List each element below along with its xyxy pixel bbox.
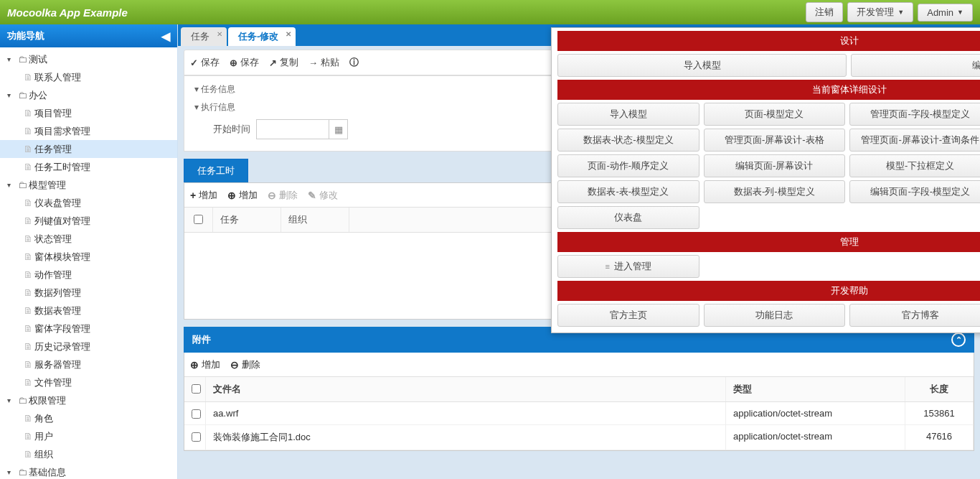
attach-col-name[interactable]: 文件名 [206,377,726,401]
mega-button[interactable]: 页面-模型定义 [704,103,846,126]
tool-button[interactable]: →粘贴 [308,56,339,69]
mega-button[interactable]: 管理页面-屏幕设计-表格 [704,129,846,152]
file-icon: 🗎 [22,144,34,154]
tab[interactable]: 任务✕ [181,27,227,46]
close-icon[interactable]: ✕ [286,30,291,38]
tree-item[interactable]: 🗎组织 [0,445,177,463]
mega-button[interactable]: 数据表-表-模型定义 [557,180,699,203]
attach-grid-header: 文件名 类型 长度 [184,377,974,402]
tree-item[interactable]: 🗎窗体字段管理 [0,320,177,338]
tree-group[interactable]: ▾🗀测试 [0,50,177,68]
tool-icon: ⊖ [268,190,276,201]
mega-button[interactable]: 管理页面-屏幕设计-查询条件 [849,129,980,152]
mega-button[interactable]: 模型-下拉框定义 [849,154,980,177]
mega-button[interactable]: 编辑页面-字段-模型定义 [849,180,980,203]
tool-button[interactable]: ⊕保存 [230,56,259,69]
tree-group[interactable]: ▾🗀权限管理 [0,391,177,409]
mega-button[interactable]: 编辑导航栏 [851,54,980,77]
mega-button[interactable]: 导入模型 [557,54,847,77]
attach-len: 153861 [905,402,974,424]
grid-select-all[interactable] [194,215,203,224]
mega-button[interactable]: 官方博客 [849,304,980,327]
file-icon: 🗎 [22,215,34,226]
attach-tool[interactable]: ⊖删除 [230,358,260,371]
tree-item[interactable]: 🗎项目需求管理 [0,122,177,140]
grid-col-org[interactable]: 组织 [281,208,349,232]
mega-button[interactable]: 数据表-列-模型定义 [704,180,846,203]
close-icon[interactable]: ✕ [217,30,222,38]
file-icon: 🗎 [22,305,34,316]
attach-row[interactable]: 装饰装修施工合同1.docapplication/octet-stream476… [184,425,974,450]
tree-item[interactable]: 🗎任务工时管理 [0,158,177,176]
tab[interactable]: 任务-修改✕ [228,27,296,46]
tool-icon: ✎ [308,190,316,201]
attach-col-len[interactable]: 长度 [905,377,974,401]
tree-item[interactable]: 🗎服务器管理 [0,355,177,373]
tree-item[interactable]: 🗎文件管理 [0,373,177,391]
grid-tool[interactable]: +增加 [190,189,217,202]
file-icon: 🗎 [22,413,34,424]
file-icon: 🗎 [22,449,34,460]
attach-row[interactable]: aa.wrfapplication/octet-stream153861 [184,402,974,425]
mega-button[interactable]: ≡进入管理 [557,255,699,278]
attach-row-checkbox[interactable] [192,409,201,419]
attach-tool[interactable]: ⊕增加 [190,358,220,371]
collapse-sidebar-icon[interactable]: ◀ [161,29,170,43]
app-title: Mocoolka App Example [7,6,128,19]
attach-select-all[interactable] [192,384,201,394]
tool-button[interactable]: ↗复制 [269,56,298,69]
mega-button[interactable]: 页面-动作-顺序定义 [557,154,699,177]
tree-item[interactable]: 🗎联系人管理 [0,68,177,86]
collapse-up-icon[interactable]: ⌃ [951,332,966,347]
start-time-input-wrap: ▦ [256,119,348,139]
dev-mgmt-button[interactable]: 开发管理▼ [847,2,913,22]
attach-filename: 装饰装修施工合同1.doc [206,425,726,450]
mega-button[interactable]: 数据表-状态-模型定义 [557,129,699,152]
mega-section-title: 当前窗体详细设计 [557,80,980,100]
tree-item[interactable]: 🗎动作管理 [0,266,177,284]
tree-group[interactable]: ▾🗀模型管理 [0,176,177,194]
mega-button[interactable]: 仪表盘 [557,206,699,229]
expand-icon: ▾ [7,55,16,63]
mega-button[interactable]: 管理页面-字段-模型定义 [849,103,980,126]
tool-button[interactable]: ✓保存 [190,56,220,69]
tree-item[interactable]: 🗎用户 [0,427,177,445]
tree-item[interactable]: 🗎数据列管理 [0,284,177,302]
subtab-task-time[interactable]: 任务工时 [184,159,248,182]
folder-icon: 🗀 [16,467,29,478]
start-time-input[interactable] [257,120,329,139]
grid-tool[interactable]: ⊕增加 [227,189,258,202]
tree-item[interactable]: 🗎项目管理 [0,104,177,122]
tree-item[interactable]: 🗎数据表管理 [0,302,177,320]
tree-item[interactable]: 🗎列键值对管理 [0,212,177,230]
file-icon: 🗎 [22,197,34,208]
content-area: 任务✕任务-修改✕ ✓保存⊕保存↗复制→粘贴ⓘ 任务信息 执行信息 开始时间 ▦… [178,24,980,479]
logout-button[interactable]: 注销 [806,2,843,22]
tree-group[interactable]: ▾🗀基础信息 [0,463,177,479]
attach-col-type[interactable]: 类型 [726,377,905,401]
tree-item[interactable]: 🗎仪表盘管理 [0,194,177,212]
tree-item[interactable]: 🗎历史记录管理 [0,338,177,355]
admin-button[interactable]: Admin▼ [918,4,973,22]
tree-item[interactable]: 🗎任务管理 [0,140,177,158]
mega-button[interactable]: 编辑页面-屏幕设计 [704,154,846,177]
attachment-panel: 附件 ⌃ ⊕增加⊖删除 文件名 类型 长度 aa.wrfapplication/… [184,327,974,451]
grid-col-task[interactable]: 任务 [213,208,281,232]
file-icon: 🗎 [22,233,34,244]
tree-group[interactable]: ▾🗀办公 [0,86,177,104]
attach-row-checkbox[interactable] [192,432,201,442]
tool-icon: ↗ [269,57,277,68]
calendar-icon[interactable]: ▦ [329,120,347,139]
expand-icon: ▾ [7,181,16,189]
mega-button[interactable]: 官方主页 [557,304,699,327]
tree-item[interactable]: 🗎状态管理 [0,230,177,248]
file-icon: 🗎 [22,108,34,118]
tool-icon: → [308,57,318,68]
tree-item[interactable]: 🗎窗体模块管理 [0,248,177,266]
mega-button[interactable]: 导入模型 [557,103,699,126]
dev-mgmt-dropdown: 设计导入模型编辑导航栏当前窗体详细设计导入模型页面-模型定义管理页面-字段-模型… [551,27,980,333]
mega-button[interactable]: 功能日志 [704,304,846,327]
file-icon: 🗎 [22,341,34,352]
tool-button[interactable]: ⓘ [349,56,362,69]
tree-item[interactable]: 🗎角色 [0,409,177,427]
